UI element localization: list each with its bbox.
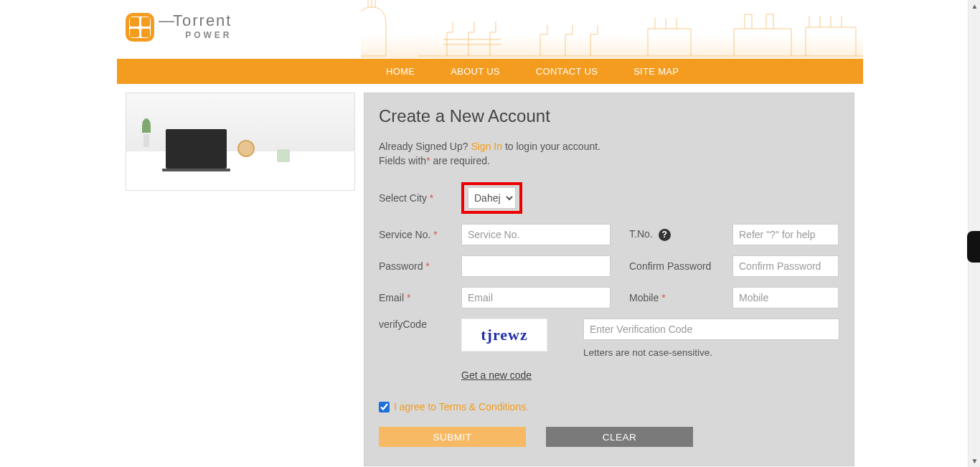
email-input[interactable]	[461, 287, 611, 308]
nav-home[interactable]: HOME	[368, 66, 433, 77]
brand-name-1: Torrent	[173, 11, 232, 29]
label-password: Password *	[379, 260, 461, 272]
captcha-note: Letters are not case-sensitive.	[583, 347, 839, 358]
label-service: Service No. *	[379, 229, 461, 240]
brand-name-2: POWER	[159, 30, 232, 40]
logo[interactable]: —Torrent POWER	[126, 13, 232, 42]
required-note: Fields with* are required.	[379, 155, 839, 166]
tno-input[interactable]	[732, 224, 839, 245]
header: —Torrent POWER	[117, 0, 863, 59]
label-city: Select City *	[379, 192, 461, 204]
password-input[interactable]	[461, 255, 611, 277]
label-confirm: Confirm Password	[611, 260, 732, 272]
label-email: Email *	[379, 292, 461, 303]
captcha-row: verifyCode tjrewz Letters are not case-s…	[379, 319, 839, 381]
confirm-password-input[interactable]	[732, 255, 839, 277]
form-grid: Select City * Dahej Service No. * T.No. …	[379, 182, 839, 308]
label-tno: T.No. ?	[611, 228, 732, 241]
signup-form: Create a New Account Already Signed Up? …	[364, 93, 854, 466]
content: Create a New Account Already Signed Up? …	[117, 84, 863, 467]
scroll-down-icon[interactable]: ▼	[969, 455, 980, 467]
nav-sitemap[interactable]: SITE MAP	[616, 66, 697, 77]
label-verify: verifyCode	[379, 319, 461, 330]
logo-icon	[126, 13, 154, 42]
label-mobile: Mobile *	[611, 292, 732, 303]
feedback-tab[interactable]	[967, 231, 980, 263]
clear-button[interactable]: CLEAR	[546, 427, 693, 447]
terms-row: I agree to Terms & Conditions.	[379, 401, 839, 412]
terms-checkbox[interactable]	[379, 402, 390, 412]
nav-about[interactable]: ABOUT US	[433, 66, 518, 77]
scroll-up-icon[interactable]: ▲	[969, 0, 980, 12]
city-highlight: Dahej	[461, 182, 522, 214]
city-select[interactable]: Dahej	[468, 187, 516, 209]
page: —Torrent POWER	[117, 0, 863, 467]
form-title: Create a New Account	[379, 106, 839, 126]
skyline-decoration	[361, 0, 863, 59]
office-image	[126, 93, 355, 191]
submit-button[interactable]: SUBMIT	[379, 427, 526, 447]
mobile-input[interactable]	[732, 287, 839, 308]
nav-bar: HOME ABOUT US CONTACT US SITE MAP	[117, 59, 863, 84]
signin-link[interactable]: Sign In	[471, 141, 502, 152]
terms-label[interactable]: I agree to Terms & Conditions.	[394, 401, 529, 412]
signin-prompt: Already Signed Up? Sign In to login your…	[379, 141, 839, 152]
nav-contact[interactable]: CONTACT US	[518, 66, 616, 77]
new-code-link[interactable]: Get a new code	[461, 369, 583, 381]
help-icon[interactable]: ?	[659, 229, 671, 241]
service-input[interactable]	[461, 224, 611, 245]
captcha-input[interactable]	[583, 319, 839, 340]
logo-text: —Torrent POWER	[159, 13, 232, 40]
captcha-image: tjrewz	[461, 319, 547, 352]
button-row: SUBMIT CLEAR	[379, 427, 839, 447]
